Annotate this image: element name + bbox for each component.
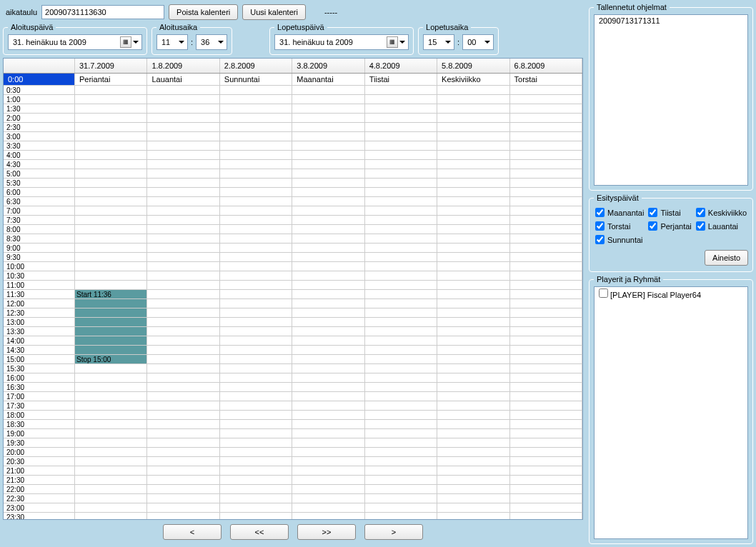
schedule-cell[interactable]	[75, 262, 147, 271]
schedule-cell[interactable]	[365, 95, 437, 104]
schedule-cell[interactable]	[220, 216, 292, 224]
time-label[interactable]: 16:30	[4, 383, 75, 391]
schedule-cell[interactable]	[365, 216, 437, 224]
aineisto-button[interactable]: Aineisto	[705, 250, 748, 266]
schedule-cell[interactable]	[75, 86, 147, 94]
schedule-cell[interactable]	[147, 466, 219, 475]
schedule-cell[interactable]	[437, 86, 509, 94]
schedule-cell[interactable]	[147, 336, 219, 345]
schedule-cell[interactable]	[437, 392, 509, 401]
schedule-cell[interactable]	[75, 383, 147, 391]
schedule-cell[interactable]	[75, 253, 147, 261]
time-label[interactable]: 4:00	[4, 151, 75, 159]
schedule-cell[interactable]	[292, 457, 364, 466]
date-header[interactable]: 1.8.2009	[147, 59, 219, 73]
weekday-checkbox[interactable]: Keskiviikko	[696, 208, 747, 217]
schedule-cell[interactable]	[147, 234, 219, 243]
time-label[interactable]: 15:00	[4, 355, 75, 363]
schedule-cell[interactable]	[292, 336, 364, 345]
schedule-cell[interactable]	[220, 271, 292, 280]
schedule-cell[interactable]	[75, 179, 147, 187]
calendar-icon[interactable]: ▦	[387, 36, 398, 48]
time-label[interactable]: 20:00	[4, 448, 75, 456]
start-minute-select[interactable]: 36	[196, 34, 227, 50]
schedule-cell[interactable]	[437, 373, 509, 382]
schedule-cell[interactable]	[147, 401, 219, 410]
schedule-cell[interactable]	[292, 197, 364, 206]
schedule-cell[interactable]	[510, 336, 582, 345]
schedule-cell[interactable]	[147, 197, 219, 206]
time-label[interactable]: 2:00	[4, 114, 75, 122]
schedule-cell[interactable]	[365, 420, 437, 428]
schedule-cell[interactable]	[365, 179, 437, 187]
schedule-cell[interactable]	[292, 206, 364, 215]
schedule-cell[interactable]	[437, 262, 509, 271]
time-label[interactable]: 6:00	[4, 188, 75, 196]
schedule-cell[interactable]	[147, 411, 219, 419]
schedule-cell[interactable]	[220, 188, 292, 196]
time-label[interactable]: 5:30	[4, 179, 75, 187]
time-label[interactable]: 17:00	[4, 392, 75, 401]
schedule-cell[interactable]	[220, 401, 292, 410]
schedule-cell[interactable]	[147, 169, 219, 178]
schedule-cell[interactable]	[437, 429, 509, 438]
schedule-cell[interactable]	[75, 476, 147, 484]
schedule-cell[interactable]	[510, 169, 582, 178]
schedule-cell[interactable]	[147, 438, 219, 447]
schedule-cell[interactable]	[220, 318, 292, 326]
checkbox-input[interactable]	[595, 235, 605, 244]
schedule-cell[interactable]	[147, 86, 219, 94]
schedule-cell[interactable]	[220, 253, 292, 261]
schedule-cell[interactable]	[437, 364, 509, 373]
schedule-cell[interactable]	[365, 197, 437, 206]
schedule-cell[interactable]	[365, 244, 437, 252]
schedule-cell[interactable]	[147, 373, 219, 382]
schedule-cell[interactable]	[220, 494, 292, 503]
schedule-cell[interactable]	[292, 401, 364, 410]
schedule-cell[interactable]	[75, 308, 147, 317]
schedule-cell[interactable]	[147, 318, 219, 326]
schedule-cell[interactable]	[220, 513, 292, 519]
time-label[interactable]: 12:30	[4, 308, 75, 317]
schedule-cell[interactable]	[75, 373, 147, 382]
schedule-cell[interactable]	[365, 401, 437, 410]
schedule-cell[interactable]	[437, 438, 509, 447]
nav-forward-button[interactable]: >	[364, 524, 423, 540]
date-header[interactable]: 4.8.2009	[365, 59, 437, 73]
schedule-cell[interactable]	[75, 327, 147, 336]
schedule-cell[interactable]	[365, 373, 437, 382]
schedule-cell[interactable]	[147, 485, 219, 493]
schedule-cell[interactable]	[292, 438, 364, 447]
schedule-cell[interactable]	[292, 299, 364, 308]
schedule-cell[interactable]	[437, 123, 509, 131]
schedule-cell[interactable]	[437, 179, 509, 187]
schedule-cell[interactable]	[147, 299, 219, 308]
schedule-cell[interactable]	[75, 141, 147, 150]
schedule-cell[interactable]	[220, 197, 292, 206]
schedule-cell[interactable]	[75, 429, 147, 438]
schedule-cell[interactable]	[365, 457, 437, 466]
schedule-cell[interactable]	[510, 179, 582, 187]
schedule-cell[interactable]	[510, 457, 582, 466]
schedule-cell[interactable]	[510, 429, 582, 438]
schedule-cell[interactable]	[75, 160, 147, 169]
schedule-cell[interactable]	[365, 104, 437, 113]
schedule-cell[interactable]	[220, 169, 292, 178]
time-label[interactable]: 10:00	[4, 262, 75, 271]
schedule-cell[interactable]	[75, 485, 147, 493]
schedule-cell[interactable]	[292, 234, 364, 243]
schedule-cell[interactable]	[220, 346, 292, 354]
list-item[interactable]: 20090713171311	[595, 15, 747, 26]
nav-fast-forward-button[interactable]: >>	[297, 524, 356, 540]
schedule-cell[interactable]	[292, 485, 364, 493]
date-header[interactable]: 3.8.2009	[292, 59, 364, 73]
schedule-cell[interactable]	[75, 104, 147, 113]
time-label[interactable]: 2:30	[4, 123, 75, 131]
schedule-cell[interactable]	[437, 346, 509, 354]
schedule-cell[interactable]	[147, 253, 219, 261]
time-label[interactable]: 7:30	[4, 216, 75, 224]
time-label[interactable]: 11:00	[4, 281, 75, 289]
schedule-cell[interactable]	[75, 346, 147, 354]
end-minute-select[interactable]: 00	[462, 34, 494, 50]
schedule-cell[interactable]	[220, 308, 292, 317]
